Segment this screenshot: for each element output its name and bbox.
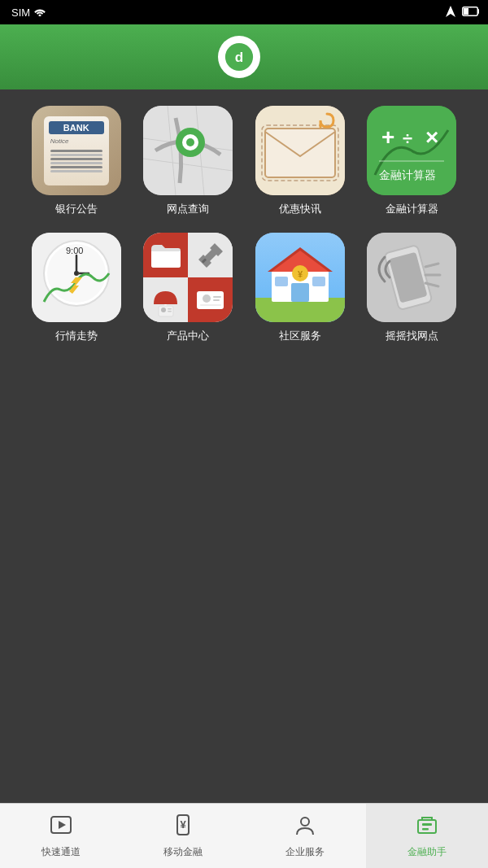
- tab-bar: 快速通道 ¥ 移动金融 企业服务 金融助手: [0, 803, 488, 868]
- svg-rect-49: [312, 277, 325, 286]
- tab-mobile-finance[interactable]: ¥ 移动金融: [122, 804, 244, 868]
- svg-marker-59: [59, 821, 66, 829]
- svg-text:×: ×: [425, 124, 438, 150]
- svg-rect-34: [168, 308, 172, 310]
- svg-rect-35: [168, 311, 172, 312]
- app-icon-calculator: + ÷ × 金融计算器: [367, 106, 456, 195]
- svg-text:÷: ÷: [403, 129, 412, 149]
- svg-rect-63: [418, 820, 436, 833]
- tab-icon-fast-lane: [50, 813, 72, 842]
- svg-rect-64: [422, 823, 432, 826]
- app-item-branch-query[interactable]: 网点查询: [137, 106, 241, 216]
- svg-text:金融计算器: 金融计算器: [379, 168, 436, 181]
- app-icon-products: [143, 233, 233, 322]
- header: d: [0, 24, 488, 89]
- status-bar: SIM: [0, 0, 488, 24]
- app-icon-bank-notice: BANK Notice: [32, 106, 121, 195]
- app-icon-community: ¥: [255, 233, 345, 322]
- app-label-calculator: 金融计算器: [386, 202, 438, 216]
- app-label-branch-query: 网点查询: [167, 202, 209, 216]
- app-icon-branch-query: [143, 106, 233, 195]
- svg-point-33: [161, 308, 166, 312]
- app-item-calculator[interactable]: + ÷ × 金融计算器 金融计算器: [360, 106, 464, 216]
- app-item-shake[interactable]: 摇摇找网点: [360, 233, 464, 343]
- app-label-market: 行情走势: [55, 329, 98, 343]
- tab-icon-finance-assistant: [416, 813, 438, 842]
- app-item-bank-notice[interactable]: BANK Notice 银行公告: [24, 106, 129, 216]
- app-label-shake: 摇摇找网点: [386, 329, 438, 343]
- svg-text:9:00: 9:00: [66, 246, 83, 255]
- app-item-market[interactable]: 9:00 行情走势: [24, 233, 129, 343]
- svg-marker-0: [446, 6, 455, 17]
- svg-point-28: [74, 271, 79, 276]
- tab-fast-lane[interactable]: 快速通道: [0, 804, 122, 868]
- svg-point-62: [301, 818, 309, 826]
- tab-icon-enterprise: [294, 813, 316, 842]
- svg-text:+: +: [381, 124, 394, 150]
- svg-rect-38: [213, 296, 221, 298]
- app-label-bank-notice: 银行公告: [55, 202, 98, 216]
- svg-rect-40: [200, 304, 221, 306]
- app-label-offers: 优惠快讯: [279, 202, 321, 216]
- svg-text:¥: ¥: [298, 269, 303, 279]
- svg-point-37: [203, 294, 211, 303]
- svg-rect-39: [213, 299, 220, 301]
- tab-label-mobile-finance: 移动金融: [163, 845, 203, 859]
- svg-rect-48: [275, 277, 288, 286]
- app-icon-shake: [367, 233, 456, 322]
- app-item-products[interactable]: 产品中心: [137, 233, 241, 343]
- tab-enterprise[interactable]: 企业服务: [244, 804, 366, 868]
- app-icon-market: 9:00: [32, 233, 121, 322]
- sim-icon: SIM: [11, 7, 30, 19]
- app-label-community: 社区服务: [279, 329, 321, 343]
- svg-rect-47: [291, 283, 309, 302]
- battery-icon: [462, 7, 480, 19]
- app-item-offers[interactable]: 优惠快讯: [248, 106, 352, 216]
- svg-rect-65: [422, 828, 429, 831]
- wifi-icon: [33, 7, 46, 19]
- svg-rect-14: [265, 129, 335, 177]
- svg-text:¥: ¥: [180, 818, 186, 831]
- app-item-community[interactable]: ¥ 社区服务: [248, 233, 352, 343]
- tab-label-finance-assistant: 金融助手: [407, 845, 447, 859]
- svg-point-12: [186, 138, 194, 146]
- tab-icon-mobile-finance: ¥: [172, 813, 194, 842]
- tab-label-enterprise: 企业服务: [285, 845, 325, 859]
- status-left: SIM: [8, 7, 46, 19]
- status-right: [446, 6, 480, 20]
- svg-rect-2: [464, 8, 468, 15]
- bank-logo: d: [218, 36, 260, 78]
- main-content: BANK Notice 银行公告: [0, 89, 488, 803]
- svg-text:d: d: [235, 50, 243, 65]
- gps-icon: [446, 6, 455, 20]
- app-label-products: 产品中心: [167, 329, 209, 343]
- app-grid: BANK Notice 银行公告: [0, 89, 488, 360]
- app-icon-offers: [255, 106, 345, 195]
- tab-finance-assistant[interactable]: 金融助手: [366, 804, 488, 868]
- tab-label-fast-lane: 快速通道: [41, 845, 81, 859]
